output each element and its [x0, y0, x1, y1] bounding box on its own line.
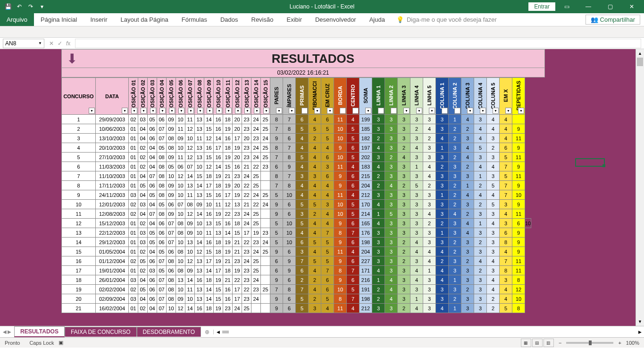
cell-pos[interactable]: 08 [176, 219, 185, 228]
cell-stat[interactable]: 2 [449, 294, 461, 304]
cell-stat[interactable]: 5 [309, 256, 321, 266]
cell-stat[interactable]: 10 [512, 294, 525, 304]
zoom-level[interactable]: 100% [626, 340, 639, 346]
cell-stat[interactable]: 7 [500, 256, 512, 266]
cell-stat[interactable]: 3 [410, 256, 423, 266]
cell-pos[interactable]: 23 [233, 171, 242, 181]
cell-stat[interactable]: 3 [500, 219, 512, 228]
sheet-tab-desdobramento[interactable]: DESDOBRAMENTO [137, 327, 201, 337]
cell-stat[interactable]: 3 [296, 209, 309, 219]
cell-pos[interactable]: 18 [204, 304, 214, 313]
cell-stat[interactable]: 165 [360, 219, 372, 228]
cell-pos[interactable]: 04 [148, 153, 157, 162]
cell-stat[interactable]: 2 [398, 256, 410, 266]
cell-data[interactable]: 20/10/2003 [96, 143, 129, 153]
cell-pos[interactable]: 23 [233, 209, 242, 219]
cell-stat[interactable]: 1 [372, 275, 385, 285]
cell-stat[interactable]: 3 [436, 294, 449, 304]
cell-pos[interactable]: 19 [214, 275, 223, 285]
cell-stat[interactable]: 6 [512, 219, 525, 228]
cell-pos[interactable]: 05 [157, 200, 167, 209]
cell-pos[interactable] [261, 219, 270, 228]
cell-pos[interactable]: 22 [251, 162, 261, 171]
cell-stat[interactable]: 4 [474, 256, 487, 266]
cell-stat[interactable]: 3 [385, 171, 398, 181]
cell-pos[interactable]: 06 [148, 294, 157, 304]
cell-stat[interactable]: 6 [321, 171, 334, 181]
cell-pos[interactable]: 09 [185, 266, 195, 275]
cell-pos[interactable]: 10 [204, 200, 214, 209]
enter-formula-icon[interactable]: ✓ [58, 40, 62, 47]
cell-pos[interactable]: 21 [242, 162, 251, 171]
cell-pos[interactable]: 25 [261, 115, 270, 124]
cell-stat[interactable]: 9 [512, 200, 525, 209]
cell-pos[interactable]: 07 [157, 275, 167, 285]
cell-pos[interactable]: 08 [176, 247, 185, 256]
cell-pos[interactable]: 21 [223, 171, 233, 181]
cell-stat[interactable]: 4 [309, 143, 321, 153]
cell-pos[interactable]: 19 [223, 153, 233, 162]
cell-pos[interactable]: 23 [223, 304, 233, 313]
cell-stat[interactable]: 4 [487, 285, 500, 294]
cell-stat[interactable]: 4 [410, 247, 423, 256]
zoom-out-icon[interactable]: − [559, 340, 561, 346]
tab-developer[interactable]: Desenvolvedor [309, 13, 363, 26]
cell-stat[interactable]: 11 [512, 266, 525, 275]
cell-stat[interactable]: 9 [270, 200, 283, 209]
ribbon-options-icon[interactable]: ▭ [556, 0, 577, 13]
cell-stat[interactable]: 3 [461, 200, 474, 209]
cell-stat[interactable]: 9 [270, 275, 283, 285]
cell-pos[interactable]: 07 [157, 134, 167, 143]
cell-stat[interactable]: 9 [270, 304, 283, 313]
cell-pos[interactable]: 17 [214, 266, 223, 275]
cell-data[interactable]: 26/01/2004 [96, 275, 129, 285]
cell-pos[interactable]: 16 [223, 285, 233, 294]
cell-pos[interactable]: 24 [251, 143, 261, 153]
cell-stat[interactable]: 3 [423, 304, 436, 313]
cell-concurso[interactable]: 13 [62, 228, 96, 238]
cell-stat[interactable]: 3 [449, 219, 461, 228]
cell-stat[interactable]: 3 [474, 153, 487, 162]
cell-pos[interactable]: 10 [185, 294, 195, 304]
cell-stat[interactable]: 2 [461, 256, 474, 266]
cell-concurso[interactable]: 14 [62, 238, 96, 247]
cell-pos[interactable]: 13 [195, 143, 204, 153]
cell-data[interactable]: 15/12/2003 [96, 219, 129, 228]
filter-icon[interactable]: ▼ [365, 108, 371, 114]
cell-pos[interactable]: 01 [129, 247, 138, 256]
cell-stat[interactable]: 3 [423, 153, 436, 162]
cell-pos[interactable]: 05 [167, 162, 176, 171]
cell-stat[interactable]: 12 [512, 285, 525, 294]
cell-stat[interactable]: 3 [423, 294, 436, 304]
cell-pos[interactable]: 21 [233, 238, 242, 247]
cell-stat[interactable]: 4 [423, 171, 436, 181]
cell-pos[interactable]: 05 [148, 238, 157, 247]
cell-pos[interactable] [261, 304, 270, 313]
cell-stat[interactable]: 3 [474, 285, 487, 294]
filter-icon[interactable]: ▼ [226, 108, 232, 114]
cell-pos[interactable]: 13 [185, 238, 195, 247]
cell-data[interactable]: 17/11/2003 [96, 181, 129, 190]
view-page-break-icon[interactable]: ▥ [544, 339, 554, 347]
cell-stat[interactable]: 3 [398, 275, 410, 285]
cell-pos[interactable]: 01 [129, 153, 138, 162]
cell-pos[interactable]: 02 [129, 209, 138, 219]
cell-pos[interactable]: 01 [129, 162, 138, 171]
cell-pos[interactable]: 08 [167, 134, 176, 143]
cell-stat[interactable]: 6 [283, 247, 296, 256]
cell-pos[interactable]: 24 [242, 256, 251, 266]
cell-pos[interactable]: 01 [129, 134, 138, 143]
filter-icon[interactable]: ▼ [301, 108, 308, 114]
cell-stat[interactable]: 3 [398, 190, 410, 200]
cell-pos[interactable]: 08 [176, 228, 185, 238]
cell-stat[interactable]: 2 [398, 181, 410, 190]
cell-pos[interactable]: 13 [214, 228, 223, 238]
cell-stat[interactable]: 3 [296, 247, 309, 256]
cell-pos[interactable]: 11 [204, 228, 214, 238]
fx-icon[interactable]: fx [66, 40, 70, 47]
cell-stat[interactable]: 4 [385, 294, 398, 304]
cell-pos[interactable]: 05 [148, 190, 157, 200]
cell-stat[interactable]: 3 [487, 238, 500, 247]
cell-pos[interactable]: 13 [204, 219, 214, 228]
cell-stat[interactable]: 2 [449, 124, 461, 134]
